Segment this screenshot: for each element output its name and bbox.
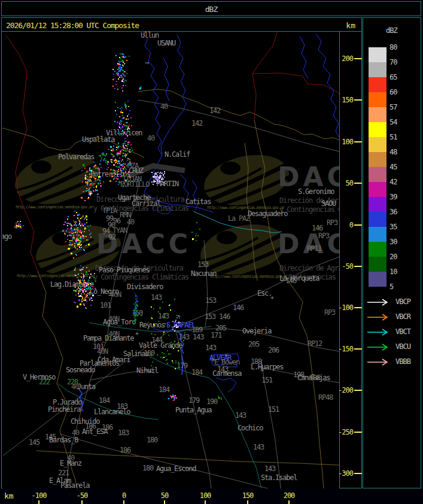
radar-window: dBZ 2026/01/12 15:28:00 UTC Composite km… [0, 0, 423, 504]
radar-echo [122, 159, 123, 160]
radar-echo [20, 227, 22, 229]
radar-echo [96, 186, 97, 187]
radar-echo [78, 292, 80, 293]
radar-echo [156, 178, 157, 179]
radar-echo [83, 276, 84, 277]
radar-echo [81, 231, 83, 232]
scale-swatch [369, 212, 387, 227]
radar-echo [101, 157, 102, 159]
scale-swatch [369, 152, 387, 167]
scale-value: 20 [389, 253, 397, 261]
radar-echo [115, 102, 116, 103]
radar-echo [78, 220, 80, 221]
radar-echo [154, 173, 156, 174]
radar-echo [86, 285, 87, 286]
radar-echo [112, 169, 114, 171]
radar-echo [120, 69, 121, 70]
right-axis-tick [354, 141, 362, 142]
right-axis-tick [354, 473, 362, 474]
radar-echo [122, 130, 123, 131]
radar-echo [120, 58, 121, 59]
radar-echo [89, 177, 90, 178]
radar-echo [95, 281, 96, 282]
radar-echo [134, 320, 135, 321]
radar-echo [131, 147, 132, 148]
radar-echo [127, 164, 129, 165]
radar-echo [77, 233, 78, 235]
radar-echo [134, 308, 135, 309]
radar-echo [167, 350, 168, 351]
radar-echo [73, 232, 74, 233]
radar-echo [173, 400, 174, 401]
radar-echo [77, 231, 78, 232]
map-view[interactable]: DACCDACCDACCDirección de AgriculturaDire… [2, 32, 339, 488]
radar-echo [101, 159, 102, 160]
radar-echo [126, 108, 127, 110]
radar-echo [113, 145, 114, 147]
radar-echoes [2, 32, 339, 488]
radar-echo [127, 127, 129, 129]
radar-echo [103, 153, 104, 154]
radar-echo [95, 189, 96, 190]
radar-echo [120, 53, 121, 54]
radar-echo [151, 181, 153, 183]
radar-echo [65, 221, 66, 223]
radar-echo [176, 317, 178, 318]
radar-echo [129, 151, 130, 152]
radar-echo [177, 332, 178, 333]
radar-echo [78, 235, 80, 236]
radar-echo [129, 159, 130, 160]
radar-echo [126, 133, 127, 135]
radar-echo [153, 308, 154, 309]
radar-echo [124, 63, 125, 64]
radar-echo [75, 294, 77, 296]
radar-echo [151, 318, 153, 319]
radar-echo [103, 181, 104, 183]
radar-echo [115, 84, 117, 85]
radar-echo [70, 244, 71, 245]
radar-echo [90, 287, 91, 289]
radar-echo [120, 165, 121, 166]
radar-echo [108, 167, 109, 168]
radar-echo [118, 153, 120, 154]
radar-echo [162, 302, 163, 303]
radar-echo [135, 302, 136, 303]
radar-echo [108, 149, 109, 150]
radar-echo [122, 77, 123, 78]
radar-echo [160, 357, 162, 358]
radar-echo [115, 166, 117, 167]
radar-echo [120, 163, 121, 164]
radar-echo [118, 132, 120, 133]
radar-echo [120, 68, 121, 69]
radar-echo [100, 155, 101, 156]
radar-echo [94, 273, 95, 274]
radar-echo [87, 297, 89, 298]
radar-echo [85, 175, 86, 176]
radar-echo [126, 154, 127, 156]
radar-echo [133, 321, 135, 322]
radar-echo [221, 399, 222, 400]
radar-echo [116, 149, 117, 150]
radar-echo [83, 191, 84, 192]
radar-echo [117, 174, 118, 175]
radar-echo [70, 235, 71, 236]
radar-echo [80, 225, 81, 226]
radar-echo [76, 238, 77, 239]
radar-echo [218, 398, 220, 399]
scale-value: 57 [389, 103, 397, 111]
radar-echo [84, 166, 85, 167]
radar-echo [129, 125, 130, 126]
radar-echo [164, 173, 165, 174]
radar-echo [123, 124, 124, 125]
radar-echo [174, 396, 175, 397]
radar-echo [151, 306, 152, 308]
radar-echo [93, 187, 95, 188]
radar-echo [84, 286, 86, 287]
scale-value: 51 [389, 133, 397, 141]
radar-echo [98, 178, 99, 180]
radar-echo [196, 222, 197, 223]
radar-echo [78, 287, 79, 288]
radar-echo [118, 184, 119, 185]
radar-echo [175, 368, 176, 369]
right-axis-label: 150 [329, 96, 353, 104]
